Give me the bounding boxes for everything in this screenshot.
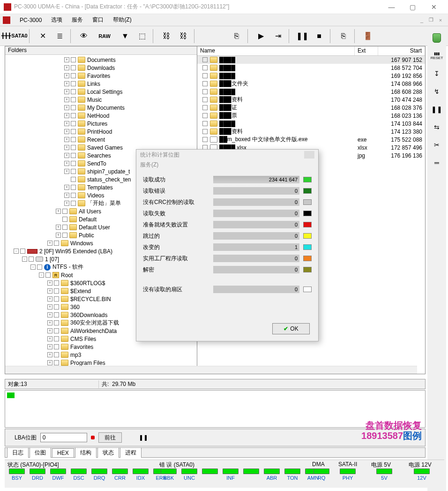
file-checkbox[interactable] (202, 97, 208, 102)
tree-checkbox[interactable] (71, 57, 76, 62)
tree-row[interactable]: +Favorites (5, 72, 197, 80)
file-row[interactable]: ████174 103 844 (197, 120, 425, 128)
tree-checkbox[interactable] (71, 137, 76, 142)
chain2-icon[interactable]: ⛓ (175, 28, 191, 44)
tree-row[interactable]: +NetHood (5, 112, 197, 120)
tree-toggle[interactable]: + (64, 73, 69, 78)
tree-checkbox[interactable] (71, 185, 76, 190)
tree-checkbox[interactable] (71, 177, 76, 182)
tree-checkbox[interactable] (54, 344, 59, 349)
file-checkbox[interactable] (202, 113, 208, 118)
tree-checkbox[interactable] (54, 320, 59, 325)
col-start[interactable]: Start (378, 46, 425, 55)
reset-icon[interactable]: ▮▮▮RESET (430, 49, 444, 63)
tree-toggle[interactable]: + (64, 97, 69, 102)
tree-checkbox[interactable] (54, 312, 59, 317)
copy-icon[interactable]: ⎘ (336, 28, 351, 44)
tree-toggle[interactable]: + (64, 81, 69, 86)
tree-checkbox[interactable] (71, 121, 76, 126)
file-row[interactable]: ████167 907 152 (197, 56, 425, 64)
sata0-button[interactable]: ╂╂╂SATA0 (3, 28, 26, 44)
tab-hex[interactable]: HEX (52, 448, 74, 457)
tree-toggle[interactable]: + (47, 312, 52, 317)
tree-toggle[interactable]: + (64, 65, 69, 70)
tree-checkbox[interactable] (54, 360, 59, 365)
tree-checkbox[interactable] (71, 81, 76, 86)
tree-row[interactable]: +mp3 (5, 351, 197, 359)
file-row[interactable]: ███票168 023 136 (197, 112, 425, 120)
dialog-close-icon[interactable] (304, 151, 314, 159)
tree-toggle[interactable]: + (56, 209, 61, 214)
binoculars-icon[interactable]: 👁 (76, 28, 92, 44)
tree-checkbox[interactable] (71, 89, 76, 94)
tree-checkbox[interactable] (62, 225, 67, 230)
step-icon[interactable]: ⇥ (270, 28, 286, 44)
tree-toggle[interactable]: - (22, 257, 27, 262)
tree-checkbox[interactable] (71, 113, 76, 118)
tree-toggle[interactable]: + (64, 145, 69, 150)
tab-struct[interactable]: 结构 (75, 447, 97, 458)
tree-checkbox[interactable] (20, 249, 25, 254)
tree-checkbox[interactable] (62, 209, 67, 214)
tree-toggle[interactable]: - (14, 249, 19, 254)
tab-bitmap[interactable]: 位图 (30, 447, 51, 458)
col-name[interactable]: Name (197, 46, 355, 55)
file-row[interactable]: ███证168 028 376 (197, 104, 425, 112)
tree-row[interactable]: +Local Settings (5, 88, 197, 96)
tree-row[interactable]: +Recent (5, 136, 197, 144)
tree-checkbox[interactable] (54, 336, 59, 341)
tree-toggle[interactable]: + (47, 320, 52, 325)
file-row[interactable]: ████168 608 288 (197, 88, 425, 96)
slider-icon[interactable]: ═ (430, 156, 444, 170)
tree-checkbox[interactable] (71, 97, 76, 102)
tree-hscroll[interactable] (5, 366, 417, 374)
tree-checkbox[interactable] (71, 65, 76, 70)
tree-checkbox[interactable] (54, 296, 59, 302)
tree-toggle[interactable]: + (64, 193, 69, 198)
arrows-icon[interactable]: ⇆ (430, 120, 444, 134)
file-row[interactable]: ███文件夹174 088 966 (197, 80, 425, 88)
minimize-button[interactable]: — (381, 0, 402, 14)
tree-toggle[interactable]: + (47, 336, 52, 341)
tools-icon[interactable]: ✕ (35, 28, 51, 44)
menu-help[interactable]: 帮助(Z) (108, 14, 136, 26)
file-checkbox[interactable] (202, 121, 208, 126)
close-button[interactable]: ✕ (423, 0, 444, 14)
record-icon[interactable] (91, 436, 95, 439)
mdi-min[interactable]: _ (417, 16, 426, 24)
raw-button[interactable]: RAW (93, 28, 116, 44)
lba-go-button[interactable]: 前往 (98, 432, 122, 443)
mdi-restore[interactable]: ❐ (426, 16, 436, 24)
tree-checkbox[interactable] (54, 280, 59, 286)
tree-toggle[interactable]: + (64, 153, 69, 158)
tree-checkbox[interactable] (54, 288, 59, 294)
pause-icon[interactable]: ❚❚ (294, 28, 310, 44)
tree-row[interactable]: +My Documents (5, 104, 197, 112)
pack-icon[interactable]: ⬚ (134, 28, 150, 44)
tree-checkbox[interactable] (71, 169, 76, 174)
tree-toggle[interactable]: + (64, 169, 69, 174)
tab-state[interactable]: 状态 (97, 447, 119, 458)
tree-checkbox[interactable] (54, 328, 59, 333)
tree-checkbox[interactable] (54, 304, 59, 310)
tree-toggle[interactable]: + (47, 296, 52, 302)
tree-checkbox[interactable] (71, 129, 76, 134)
file-checkbox[interactable] (202, 73, 208, 78)
menu-options[interactable]: 选项 (46, 14, 67, 26)
tree-toggle[interactable]: + (47, 328, 52, 333)
tree-toggle[interactable]: - (30, 264, 36, 270)
tree-checkbox[interactable] (71, 105, 76, 110)
dialog-ok-button[interactable]: OK (272, 323, 310, 334)
tree-row[interactable]: +Music (5, 96, 197, 104)
tree-toggle[interactable]: + (64, 185, 69, 190)
file-checkbox[interactable] (202, 105, 208, 110)
tree-row[interactable]: +Downloads (5, 64, 197, 72)
tree-toggle[interactable]: + (64, 113, 69, 118)
pause3-icon[interactable]: ❚❚ (139, 434, 148, 441)
tree-checkbox[interactable] (37, 264, 42, 270)
tree-toggle[interactable]: + (47, 360, 52, 365)
tree-checkbox[interactable] (62, 233, 67, 238)
tree-checkbox[interactable] (71, 153, 76, 158)
tree-checkbox[interactable] (71, 73, 76, 78)
file-row[interactable]: ███资料174 123 380 (197, 128, 425, 136)
